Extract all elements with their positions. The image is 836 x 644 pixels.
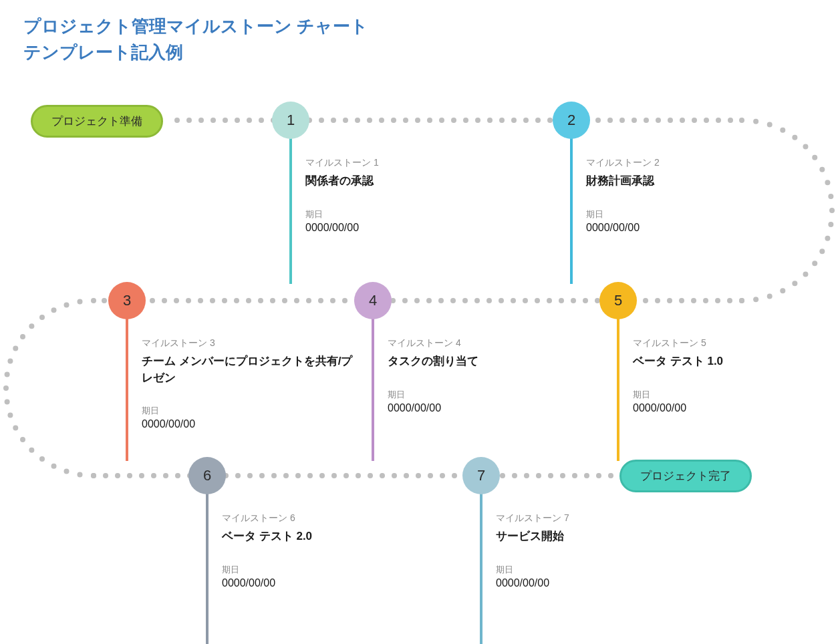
milestone-number: 3 [123,292,131,309]
svg-point-85 [535,298,540,303]
svg-point-140 [64,469,69,474]
svg-point-144 [103,473,108,478]
svg-point-139 [51,464,57,469]
milestone-date-label: 期日 [586,208,800,220]
svg-point-148 [151,473,156,478]
milestone-label: マイルストーン 4 [388,337,601,349]
svg-point-28 [511,118,517,123]
svg-point-110 [234,298,239,303]
milestone-number: 2 [567,112,575,129]
svg-point-173 [452,473,457,478]
svg-point-39 [644,118,649,123]
svg-point-186 [608,473,613,478]
milestone-title: ベータ テスト 2.0 [222,528,436,545]
svg-point-91 [462,298,468,303]
svg-point-178 [512,473,517,478]
milestone-number: 6 [203,467,211,484]
svg-point-58 [828,222,833,227]
milestone-number: 5 [614,292,622,309]
milestone-title: 関係者の承認 [305,173,519,190]
svg-point-62 [803,271,808,277]
svg-point-57 [829,208,835,213]
svg-point-107 [270,298,275,303]
svg-point-65 [767,293,773,299]
svg-point-48 [753,119,758,124]
svg-point-53 [812,155,817,160]
svg-point-137 [29,448,34,453]
svg-point-83 [559,298,564,303]
milestone-number: 7 [477,467,485,484]
svg-point-185 [596,473,601,478]
svg-point-180 [536,473,541,478]
svg-point-24 [463,118,468,123]
end-pill: プロジェクト完了 [619,460,752,492]
svg-point-136 [20,437,25,442]
svg-point-163 [331,473,337,478]
svg-point-106 [282,298,287,303]
milestone-date: 0000/00/00 [142,418,356,430]
svg-point-172 [440,473,445,478]
svg-point-184 [584,473,589,478]
svg-point-183 [572,473,577,478]
milestone-label: マイルストーン 5 [633,337,836,349]
svg-point-125 [51,307,57,313]
svg-point-46 [728,118,733,123]
svg-point-76 [643,298,648,303]
milestone-marker-3: 3 [108,282,146,319]
milestone-date: 0000/00/00 [633,402,836,414]
svg-point-30 [535,118,541,123]
svg-point-38 [632,118,637,123]
svg-point-16 [367,118,372,123]
svg-point-73 [679,298,684,303]
svg-point-44 [704,118,709,123]
svg-point-149 [163,473,168,478]
svg-point-166 [368,473,373,478]
svg-point-72 [691,298,696,303]
svg-point-161 [307,473,313,478]
svg-point-54 [819,167,825,172]
svg-point-150 [175,473,180,478]
svg-point-0 [174,118,180,123]
svg-point-157 [259,473,265,478]
milestone-label: マイルストーン 3 [142,337,356,349]
milestone-date: 0000/00/00 [388,402,601,414]
svg-point-88 [499,298,504,303]
svg-point-37 [619,118,625,123]
svg-point-86 [523,298,528,303]
svg-point-89 [486,298,492,303]
svg-point-23 [451,118,456,123]
svg-point-31 [547,118,553,123]
svg-point-155 [235,473,241,478]
svg-point-18 [391,118,396,123]
milestone-stem [480,489,482,644]
svg-point-45 [716,118,721,123]
svg-point-29 [523,118,529,123]
svg-point-20 [415,118,420,123]
svg-point-146 [127,473,132,478]
milestone-date-label: 期日 [496,564,710,576]
milestone-stem [617,314,619,461]
svg-point-17 [379,118,384,123]
svg-point-87 [511,298,516,303]
milestone-date: 0000/00/00 [586,222,800,234]
svg-point-75 [655,298,660,303]
svg-point-66 [753,297,758,302]
svg-point-147 [139,473,144,478]
svg-point-103 [318,298,323,303]
svg-point-95 [414,298,420,303]
svg-point-36 [607,118,613,123]
svg-point-59 [825,236,830,241]
svg-point-114 [186,298,191,303]
svg-point-124 [64,302,69,307]
svg-point-51 [792,135,797,140]
svg-point-84 [547,298,552,303]
svg-point-94 [426,298,432,303]
svg-point-117 [150,298,155,303]
milestone-title: チーム メンバーにプロジェクトを共有/プレゼン [142,353,356,386]
svg-point-121 [102,298,107,303]
svg-point-68 [739,298,744,303]
svg-point-21 [427,118,432,123]
milestone-stem [570,134,573,284]
milestone-label: マイルストーン 1 [305,157,519,169]
milestone-label: マイルストーン 6 [222,512,436,524]
